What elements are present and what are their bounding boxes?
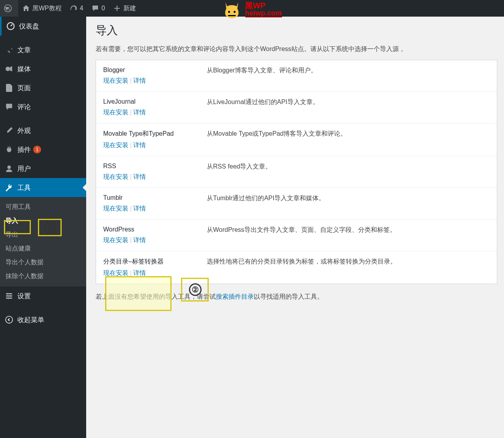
details-link[interactable]: 详情: [133, 237, 146, 243]
site-home-link[interactable]: 黑WP教程: [18, 0, 66, 17]
menu-label: 外观: [17, 126, 31, 135]
menu-label: 插件: [17, 145, 31, 154]
submenu-available-tools[interactable]: 可用工具: [0, 200, 86, 214]
search-plugins-link[interactable]: 搜索插件目录: [216, 293, 254, 300]
brush-icon: [5, 126, 13, 135]
collapse-icon: [5, 315, 13, 324]
importer-title: LiveJournal: [103, 98, 201, 105]
watermark-url: heiwp.com: [245, 9, 282, 17]
details-link[interactable]: 详情: [133, 205, 146, 212]
importer-title: Movable Type和TypePad: [103, 130, 201, 138]
menu-pages[interactable]: 页面: [0, 78, 86, 97]
install-link[interactable]: 现在安装: [103, 269, 128, 276]
install-link[interactable]: 现在安装: [103, 173, 128, 180]
importer-desc: 从WordPress导出文件导入文章、页面、自定义字段、分类和标签。: [207, 226, 490, 245]
importer-title: 分类目录–标签转换器: [103, 258, 201, 266]
dashboard-icon: [6, 22, 15, 30]
menu-plugins[interactable]: 插件 1: [0, 140, 86, 159]
install-link[interactable]: 现在安装: [103, 205, 128, 212]
importer-title: RSS: [103, 163, 201, 170]
media-icon: [5, 64, 13, 73]
menu-label: 页面: [17, 83, 31, 93]
refresh-icon: [70, 4, 77, 12]
new-label: 新建: [123, 4, 136, 13]
importer-row: RSS 现在安装|详情 从RSS feed导入文章。: [96, 156, 497, 188]
menu-label: 收起菜单: [17, 315, 44, 324]
menu-appearance[interactable]: 外观: [0, 121, 86, 140]
menu-posts[interactable]: 文章: [0, 40, 86, 59]
svg-point-10: [6, 316, 13, 323]
admin-sidebar: 仪表盘 文章 媒体 页面 评论 外观 插件 1: [0, 17, 86, 438]
menu-comments[interactable]: 评论: [0, 97, 86, 116]
svg-point-6: [8, 165, 11, 169]
comment-icon: [5, 102, 13, 111]
details-link[interactable]: 详情: [133, 269, 146, 276]
submenu-erase-personal[interactable]: 抹除个人数据: [0, 269, 86, 283]
details-link[interactable]: 详情: [133, 77, 146, 84]
install-link[interactable]: 现在安装: [103, 237, 128, 243]
details-link[interactable]: 详情: [133, 173, 146, 180]
plugins-update-badge: 1: [33, 146, 41, 154]
svg-point-7: [7, 293, 9, 294]
importer-desc: 从Movable Type或TypePad博客导入文章和评论。: [207, 130, 490, 150]
page-intro: 若有需要，您可以把其它系统的文章和评论内容导入到这个WordPress站点。请从…: [96, 45, 496, 53]
site-name: 黑WP教程: [32, 4, 62, 13]
menu-label: 文章: [17, 46, 31, 55]
submenu-site-health[interactable]: 站点健康: [0, 242, 86, 256]
plus-icon: [113, 4, 121, 12]
comments-count: 0: [102, 5, 105, 12]
menu-label: 工具: [17, 183, 31, 192]
wp-logo-menu[interactable]: [0, 0, 18, 17]
menu-users[interactable]: 用户: [0, 159, 86, 178]
importer-desc: 从Tumblr通过他们的API导入文章和媒体。: [207, 194, 490, 213]
sliders-icon: [5, 292, 13, 300]
importer-desc: 从Blogger博客导入文章、评论和用户。: [207, 66, 490, 85]
comment-icon: [91, 4, 99, 12]
importer-row: WordPress 现在安装|详情 从WordPress导出文件导入文章、页面、…: [96, 220, 497, 251]
importer-title: WordPress: [103, 226, 201, 233]
importer-row: Tumblr 现在安装|详情 从Tumblr通过他们的API导入文章和媒体。: [96, 188, 497, 220]
main-content: 导入 若有需要，您可以把其它系统的文章和评论内容导入到这个WordPress站点…: [86, 17, 504, 438]
page-icon: [5, 83, 13, 92]
home-icon: [22, 4, 30, 12]
tools-submenu: 可用工具 导入 导出 站点健康 导出个人数据 抹除个人数据: [0, 197, 86, 286]
details-link[interactable]: 详情: [133, 142, 146, 148]
details-link[interactable]: 详情: [133, 109, 146, 116]
menu-settings[interactable]: 设置: [0, 286, 86, 305]
importer-title: Blogger: [103, 66, 201, 74]
watermark: 黑WP heiwp.com: [222, 0, 282, 19]
menu-label: 仪表盘: [19, 22, 39, 31]
install-link[interactable]: 现在安装: [103, 77, 128, 84]
importers-table: Blogger 现在安装|详情 从Blogger博客导入文章、评论和用户。 Li…: [96, 60, 497, 284]
svg-rect-3: [228, 15, 236, 16]
svg-point-1: [228, 11, 230, 13]
collapse-menu[interactable]: 收起菜单: [0, 310, 86, 329]
page-title: 导入: [96, 23, 496, 38]
menu-dashboard[interactable]: 仪表盘: [0, 17, 86, 36]
updates-count: 4: [80, 5, 83, 12]
importer-row: 分类目录–标签转换器 现在安装|详情 选择性地将已有的分类目录转换为标签，或将标…: [96, 251, 497, 284]
wordpress-icon: [4, 4, 12, 12]
new-content-menu[interactable]: 新建: [109, 0, 140, 17]
svg-point-2: [233, 11, 235, 13]
menu-media[interactable]: 媒体: [0, 59, 86, 78]
submenu-export[interactable]: 导出: [0, 228, 86, 242]
watermark-title: 黑WP: [245, 2, 282, 9]
menu-tools[interactable]: 工具: [0, 178, 86, 197]
comments-link[interactable]: 0: [87, 0, 109, 17]
plug-icon: [5, 145, 13, 154]
install-link[interactable]: 现在安装: [103, 109, 128, 116]
importer-desc: 从LiveJournal通过他们的API导入文章。: [207, 98, 490, 117]
pin-icon: [5, 46, 13, 54]
submenu-import[interactable]: 导入: [0, 214, 86, 228]
menu-label: 媒体: [17, 64, 31, 74]
menu-label: 用户: [17, 164, 31, 173]
importer-desc: 选择性地将已有的分类目录转换为标签，或将标签转换为分类目录。: [207, 258, 490, 277]
install-link[interactable]: 现在安装: [103, 142, 128, 148]
user-icon: [5, 164, 13, 173]
submenu-export-personal[interactable]: 导出个人数据: [0, 256, 86, 269]
importer-row: Blogger 现在安装|详情 从Blogger博客导入文章、评论和用户。: [96, 60, 497, 92]
menu-label: 评论: [17, 102, 31, 112]
importer-row: LiveJournal 现在安装|详情 从LiveJournal通过他们的API…: [96, 92, 497, 123]
updates-link[interactable]: 4: [66, 0, 87, 17]
